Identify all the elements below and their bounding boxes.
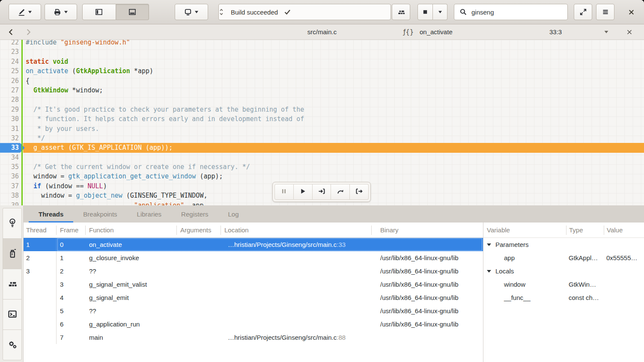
cell-binary: /usr/lib/x86_64-linux-gnu/lib: [372, 281, 483, 288]
cell-thread: 2: [24, 251, 57, 264]
toggle-bottom-panel[interactable]: [116, 4, 149, 20]
tab-libraries[interactable]: Libraries: [127, 205, 172, 223]
dock-debugger-spray-button[interactable]: [3, 239, 21, 269]
export-button[interactable]: [45, 4, 77, 20]
code-text: g_assert (GTK_IS_APPLICATION (app));: [26, 143, 644, 152]
cell-binary: /usr/lib/x86_64-linux-gnu/lib: [372, 267, 483, 275]
tab-threads[interactable]: Threads: [29, 205, 73, 223]
code-line[interactable]: 31 * by your users.: [0, 124, 644, 134]
thread-frame-row[interactable]: 32??/usr/lib/x86_64-linux-gnu/lib: [24, 264, 483, 278]
code-line[interactable]: 24static void: [0, 57, 644, 66]
dock-build-bricks-button[interactable]: [3, 269, 21, 300]
run-options-button[interactable]: [433, 4, 447, 20]
expander-triangle-icon[interactable]: [487, 243, 491, 246]
column-header[interactable]: Value: [604, 226, 644, 235]
column-header[interactable]: Thread: [24, 226, 57, 235]
variable-group-row[interactable]: Parameters: [483, 238, 644, 251]
tab-registers[interactable]: Registers: [171, 205, 218, 223]
code-line[interactable]: 28: [0, 95, 644, 104]
code-text: /* It's good practice to check your para…: [26, 105, 644, 114]
terminal-icon: [8, 309, 17, 320]
code-line[interactable]: 35 /* Get the current window or create o…: [0, 162, 644, 172]
variable-row[interactable]: windowGtkWin…: [483, 278, 644, 291]
line-number: 26: [0, 76, 19, 86]
stop-button[interactable]: [417, 4, 433, 20]
code-line[interactable]: 33 g_assert (GTK_IS_APPLICATION (app));: [0, 143, 644, 152]
code-line[interactable]: 23: [0, 47, 644, 56]
column-header[interactable]: Binary: [372, 226, 483, 235]
editor-mode-button[interactable]: [9, 4, 41, 20]
variable-row[interactable]: __func__const ch…: [483, 291, 644, 304]
code-line[interactable]: 26{: [0, 76, 644, 86]
cell-function: g_application_run: [86, 320, 177, 328]
menu-icon: [602, 8, 609, 16]
device-selector-button[interactable]: [175, 4, 208, 20]
thread-frame-row[interactable]: 7main…hristian/Projects/Ginseng/src/main…: [24, 331, 483, 344]
current-symbol[interactable]: on_activate: [420, 24, 453, 39]
column-header[interactable]: Variable: [483, 226, 566, 235]
line-number: 32: [0, 134, 19, 143]
column-header[interactable]: Location: [221, 226, 372, 235]
editor-close-button[interactable]: [626, 24, 633, 39]
thread-frame-row[interactable]: 4g_signal_emit/usr/lib/x86_64-linux-gnu/…: [24, 291, 483, 304]
code-line[interactable]: 36 window = gtk_application_get_active_w…: [0, 172, 644, 181]
pause-button[interactable]: [274, 184, 294, 200]
tab-log[interactable]: Log: [218, 205, 248, 223]
column-header[interactable]: Type: [566, 226, 604, 235]
step-over-button[interactable]: [331, 184, 350, 200]
dock-settings-gears-button[interactable]: [3, 330, 21, 360]
editor-options-button[interactable]: [604, 24, 609, 39]
column-header[interactable]: Frame: [57, 226, 86, 235]
omnibar-build-status[interactable]: Build succeeded: [218, 4, 391, 20]
column-header[interactable]: Arguments: [177, 226, 221, 235]
caret-down-icon: [438, 10, 442, 14]
cell-variable: Parameters: [483, 241, 566, 248]
dock-terminal-button[interactable]: [3, 300, 21, 330]
cell-thread: [24, 304, 57, 317]
step-in-button[interactable]: [313, 184, 331, 200]
global-search: [454, 4, 568, 20]
code-line[interactable]: 27 GtkWindow *window;: [0, 86, 644, 95]
source-editor[interactable]: 22#include "ginseng-window.h"2324static …: [0, 40, 644, 205]
code-line[interactable]: 22#include "ginseng-window.h": [0, 40, 644, 47]
window-close-button[interactable]: [622, 4, 641, 20]
variable-group-row[interactable]: Locals: [483, 264, 644, 278]
thread-frame-row[interactable]: 10on_activate…hristian/Projects/Ginseng/…: [24, 238, 483, 251]
dock-lightbulb-button[interactable]: [3, 208, 21, 239]
panel-left-icon: [95, 8, 103, 16]
code-line[interactable]: 32 */: [0, 134, 644, 143]
build-status-text: Build succeeded: [231, 9, 278, 16]
continue-button[interactable]: [294, 184, 313, 200]
thread-frame-row[interactable]: 21g_closure_invoke/usr/lib/x86_64-linux-…: [24, 251, 483, 264]
code-line[interactable]: 29 /* It's good practice to check your p…: [0, 105, 644, 114]
fullscreen-button[interactable]: [574, 4, 592, 20]
threads-table-header: ThreadFrameFunctionArgumentsLocationBina…: [24, 223, 483, 238]
cell-frame: 3: [57, 281, 86, 288]
expander-triangle-icon[interactable]: [487, 270, 491, 273]
code-line[interactable]: 25on_activate (GtkApplication *app): [0, 66, 644, 76]
column-header[interactable]: Function: [86, 226, 177, 235]
build-button[interactable]: [392, 4, 410, 20]
menu-button[interactable]: [596, 4, 614, 20]
cursor-position: 33:3: [549, 24, 562, 39]
line-number: 38: [0, 191, 19, 200]
thread-frame-row[interactable]: 3g_signal_emit_valist/usr/lib/x86_64-lin…: [24, 278, 483, 291]
thread-frame-row[interactable]: 6g_application_run/usr/lib/x86_64-linux-…: [24, 317, 483, 331]
tab-breakpoints[interactable]: Breakpoints: [73, 205, 127, 223]
close-icon: [628, 9, 635, 16]
cell-frame: 4: [57, 294, 86, 301]
step-out-button[interactable]: [350, 184, 369, 200]
panel-tabs: ThreadsBreakpointsLibrariesRegistersLog: [24, 205, 644, 223]
variable-row[interactable]: appGtkAppl…0x55555…: [483, 251, 644, 264]
cell-thread: [24, 291, 57, 304]
cell-frame: 6: [57, 320, 86, 328]
code-line[interactable]: 30 * function. It helps catch errors ear…: [0, 114, 644, 124]
cell-function: ??: [86, 307, 177, 315]
search-input[interactable]: [471, 8, 558, 16]
line-number: 23: [0, 47, 19, 56]
code-line[interactable]: 34: [0, 153, 644, 162]
toggle-left-panel[interactable]: [82, 4, 116, 20]
document-title: src/main.c: [0, 24, 644, 39]
thread-frame-row[interactable]: 5??/usr/lib/x86_64-linux-gnu/lib: [24, 304, 483, 317]
debugger-spray-icon: [8, 248, 17, 260]
